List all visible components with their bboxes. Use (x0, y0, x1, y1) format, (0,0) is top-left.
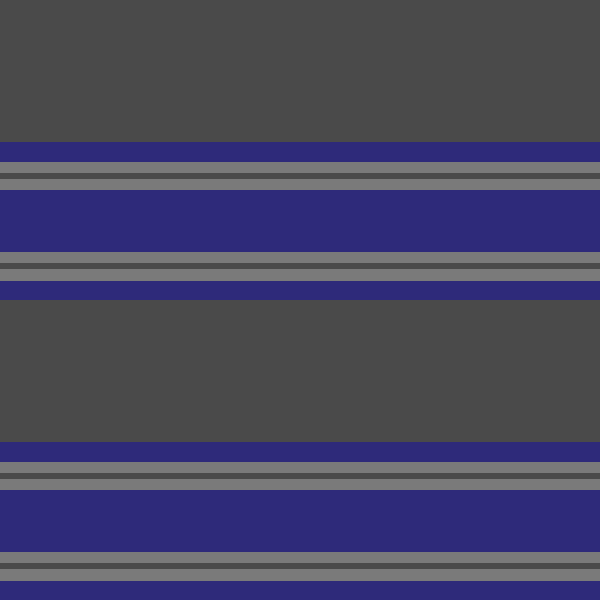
stripe-pattern (0, 0, 600, 600)
stripe-0 (0, 0, 600, 142)
stripe-5 (0, 190, 600, 252)
stripe-12 (0, 462, 600, 474)
stripe-16 (0, 552, 600, 564)
stripe-19 (0, 581, 600, 600)
stripe-18 (0, 569, 600, 581)
stripe-15 (0, 490, 600, 552)
stripe-10 (0, 300, 600, 442)
stripe-9 (0, 281, 600, 300)
stripe-4 (0, 179, 600, 191)
stripe-1 (0, 142, 600, 161)
stripe-8 (0, 269, 600, 281)
stripe-2 (0, 162, 600, 174)
stripe-6 (0, 252, 600, 264)
stripe-14 (0, 479, 600, 491)
stripe-11 (0, 442, 600, 461)
